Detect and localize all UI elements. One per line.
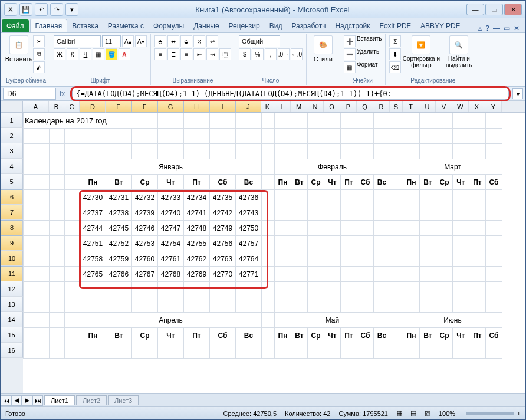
cell[interactable] bbox=[357, 129, 374, 144]
cell[interactable] bbox=[262, 159, 275, 175]
cell[interactable]: Март bbox=[403, 159, 502, 175]
cell[interactable] bbox=[65, 328, 80, 343]
cell[interactable] bbox=[469, 297, 486, 313]
cell[interactable] bbox=[24, 328, 50, 343]
cell[interactable] bbox=[24, 175, 50, 190]
cell[interactable] bbox=[262, 343, 275, 359]
font-color-button[interactable]: A bbox=[119, 48, 130, 60]
shrink-font-button[interactable]: A▾ bbox=[135, 35, 147, 47]
cell[interactable] bbox=[403, 205, 420, 221]
cell[interactable]: 42770 bbox=[210, 267, 236, 282]
cell[interactable] bbox=[403, 297, 420, 313]
cell[interactable] bbox=[106, 282, 132, 297]
cell[interactable] bbox=[357, 236, 374, 251]
cell[interactable] bbox=[275, 221, 291, 236]
tab-abbyy[interactable]: ABBYY PDF bbox=[416, 19, 465, 32]
cell[interactable] bbox=[436, 343, 453, 359]
cell[interactable] bbox=[210, 144, 236, 159]
cell[interactable] bbox=[324, 205, 341, 221]
cell[interactable] bbox=[132, 144, 158, 159]
cell[interactable]: Вс bbox=[236, 328, 262, 343]
cell[interactable] bbox=[390, 328, 403, 343]
cell[interactable]: 42771 bbox=[236, 267, 262, 282]
cell[interactable]: 42766 bbox=[106, 267, 132, 282]
row-header-5[interactable]: 5 bbox=[1, 174, 23, 189]
cell[interactable] bbox=[436, 129, 453, 144]
cell[interactable] bbox=[403, 113, 420, 129]
cell[interactable]: 42732 bbox=[132, 190, 158, 205]
cell[interactable] bbox=[420, 113, 436, 129]
wb-close-icon[interactable]: ✕ bbox=[514, 24, 520, 32]
decrease-indent-button[interactable]: ⇤ bbox=[193, 48, 205, 60]
cell[interactable] bbox=[390, 205, 403, 221]
cell[interactable]: 42739 bbox=[132, 205, 158, 221]
cell[interactable]: 42745 bbox=[106, 221, 132, 236]
cell[interactable] bbox=[374, 144, 390, 159]
cell[interactable] bbox=[262, 221, 275, 236]
cell[interactable] bbox=[275, 205, 291, 221]
select-all-corner[interactable] bbox=[1, 101, 23, 112]
cell[interactable] bbox=[275, 343, 291, 359]
cell[interactable] bbox=[341, 282, 357, 297]
cell[interactable] bbox=[469, 113, 486, 129]
cell[interactable]: Пт bbox=[341, 328, 357, 343]
cell[interactable] bbox=[486, 236, 502, 251]
cell[interactable] bbox=[341, 251, 357, 267]
cell[interactable]: 42744 bbox=[80, 221, 106, 236]
cell[interactable] bbox=[420, 221, 436, 236]
cell[interactable] bbox=[236, 343, 262, 359]
cell[interactable] bbox=[324, 236, 341, 251]
italic-button[interactable]: К bbox=[67, 48, 78, 60]
close-button[interactable]: ✕ bbox=[504, 4, 522, 15]
cell[interactable] bbox=[184, 343, 210, 359]
cell[interactable] bbox=[390, 313, 403, 328]
cell[interactable] bbox=[357, 282, 374, 297]
cell[interactable] bbox=[390, 221, 403, 236]
column-header-T[interactable]: T bbox=[403, 101, 419, 112]
cell[interactable] bbox=[341, 297, 357, 313]
cell[interactable] bbox=[403, 144, 420, 159]
column-header-R[interactable]: R bbox=[373, 101, 390, 112]
column-header-F[interactable]: F bbox=[132, 101, 157, 113]
cell[interactable] bbox=[324, 113, 341, 129]
cell[interactable] bbox=[308, 267, 324, 282]
tab-review[interactable]: Рецензир bbox=[224, 19, 265, 32]
cell[interactable] bbox=[291, 251, 308, 267]
cell[interactable]: Вт bbox=[291, 175, 308, 190]
cell[interactable] bbox=[65, 175, 80, 190]
cell[interactable] bbox=[453, 267, 469, 282]
view-pagebreak-button[interactable]: ▧ bbox=[425, 409, 430, 417]
cell[interactable] bbox=[262, 205, 275, 221]
cell[interactable] bbox=[324, 144, 341, 159]
cell[interactable] bbox=[390, 175, 403, 190]
cell[interactable]: Ср bbox=[132, 175, 158, 190]
cell[interactable] bbox=[308, 205, 324, 221]
cell[interactable]: 42740 bbox=[158, 205, 184, 221]
cell[interactable] bbox=[24, 144, 50, 159]
cell[interactable]: Пт bbox=[184, 175, 210, 190]
column-header-K[interactable]: K bbox=[261, 101, 274, 112]
cell[interactable]: Февраль bbox=[275, 159, 390, 175]
cell[interactable] bbox=[50, 251, 65, 267]
cell[interactable] bbox=[50, 205, 65, 221]
cell[interactable] bbox=[390, 267, 403, 282]
cell[interactable] bbox=[374, 205, 390, 221]
cell[interactable] bbox=[436, 251, 453, 267]
cell[interactable] bbox=[236, 113, 262, 129]
cell[interactable] bbox=[486, 282, 502, 297]
sheet-prev-button[interactable]: ◀ bbox=[11, 395, 22, 406]
cell[interactable]: 42743 bbox=[236, 205, 262, 221]
cell[interactable]: Пн bbox=[403, 175, 420, 190]
cell[interactable] bbox=[374, 297, 390, 313]
tab-foxit[interactable]: Foxit PDF bbox=[375, 19, 416, 32]
row-header-16[interactable]: 16 bbox=[1, 343, 23, 358]
cell[interactable]: Вт bbox=[420, 175, 436, 190]
cell[interactable]: 42765 bbox=[80, 267, 106, 282]
cell[interactable] bbox=[390, 129, 403, 144]
column-header-O[interactable]: O bbox=[324, 101, 340, 112]
cell[interactable] bbox=[210, 129, 236, 144]
cell[interactable] bbox=[262, 175, 275, 190]
cell[interactable] bbox=[374, 221, 390, 236]
copy-button[interactable]: ⧉ bbox=[33, 48, 45, 60]
find-select-button[interactable]: 🔍 Найти и выделить bbox=[441, 35, 476, 71]
